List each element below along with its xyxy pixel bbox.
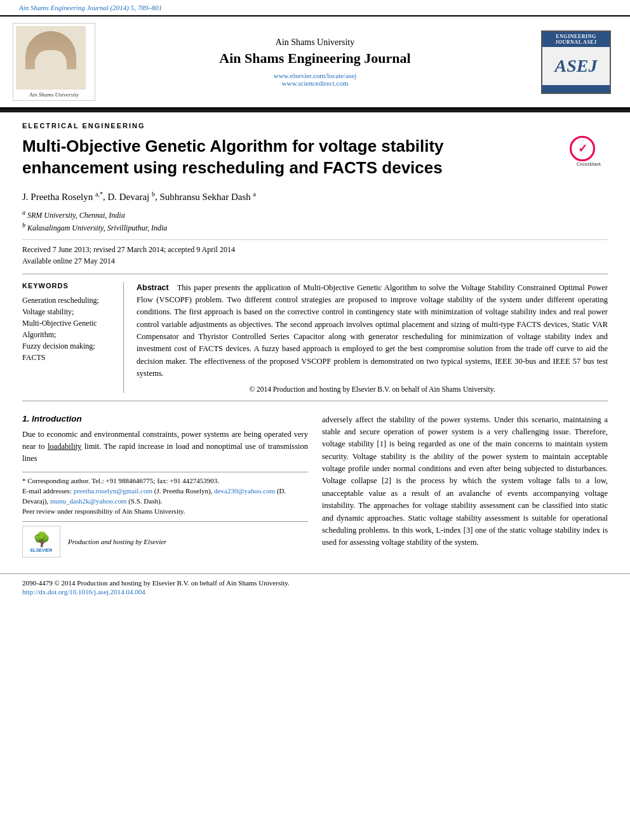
intro-left-para: Due to economic and environmental constr…: [22, 429, 308, 465]
body-right-column: adversely affect the stability of the po…: [322, 414, 608, 558]
keywords-title: KEYWORDS: [22, 282, 114, 290]
issn-line: 2090-4479 © 2014 Production and hosting …: [22, 579, 608, 587]
elsevier-footer: 🌳 ELSEVIER Production and hosting by Els…: [22, 521, 308, 557]
asej-logo: ENGINEERING JOURNAL ASEJ ASEJ: [541, 30, 611, 94]
affiliations: a SRM University, Chennai, India b Kalas…: [22, 209, 608, 233]
received-dates: Received 7 June 2013; revised 27 March 2…: [22, 239, 608, 255]
elsevier-footer-text: Production and hosting by Elsevier: [68, 538, 166, 545]
footnote-area: * Corresponding author. Tel.: +91 988464…: [22, 472, 308, 517]
intro-right-para: adversely affect the stability of the po…: [322, 414, 608, 549]
abstract-text: Abstract This paper presents the applica…: [137, 282, 608, 380]
journal-reference: Ain Shams Engineering Journal (2014) 5, …: [0, 0, 630, 15]
crossmark-badge[interactable]: ✓ CrossMark: [570, 136, 608, 168]
abstract-section: KEYWORDS Generation rescheduling; Voltag…: [22, 274, 608, 401]
page-footer: 2090-4479 © 2014 Production and hosting …: [0, 573, 630, 601]
star-note: * Corresponding author. Tel.: +91 988464…: [22, 476, 308, 486]
university-logo-left: Ain Shams University: [13, 23, 95, 101]
available-online: Available online 27 May 2014: [22, 257, 608, 266]
introduction-heading: 1. Introduction: [22, 414, 308, 423]
section-label: ELECTRICAL ENGINEERING: [22, 122, 608, 130]
keyword-1: Generation rescheduling;: [22, 295, 114, 306]
journal-header-center: Ain Shams University Ain Shams Engineeri…: [102, 37, 528, 87]
page-header: Ain Shams University Ain Shams Universit…: [0, 15, 630, 109]
keyword-5: FACTS: [22, 352, 114, 363]
journal-logo-right: ENGINEERING JOURNAL ASEJ ASEJ: [535, 30, 617, 94]
email-1[interactable]: preetha.roselyn@gmail.com: [74, 487, 152, 495]
email-2[interactable]: deva230@yahoo.com: [214, 487, 275, 495]
body-left-column: 1. Introduction Due to economic and envi…: [22, 414, 308, 558]
affiliation-b: b Kalasalingam University, Srivilliputhu…: [22, 222, 608, 233]
journal-links: www.elsevier.com/locate/asej www.science…: [102, 72, 528, 87]
keywords-list: Generation rescheduling; Voltage stabili…: [22, 295, 114, 363]
doi-line[interactable]: http://dx.doi.org/10.1016/j.asej.2014.04…: [22, 588, 608, 596]
affiliation-a: a SRM University, Chennai, India: [22, 209, 608, 220]
copyright-line: © 2014 Production and hosting by Elsevie…: [137, 385, 608, 393]
keyword-2: Voltage stability;: [22, 306, 114, 317]
elsevier-logo: 🌳 ELSEVIER: [22, 526, 60, 557]
keywords-column: KEYWORDS Generation rescheduling; Voltag…: [22, 282, 124, 393]
abstract-column: Abstract This paper presents the applica…: [137, 282, 608, 393]
body-columns: 1. Introduction Due to economic and envi…: [22, 414, 608, 558]
main-content: ELECTRICAL ENGINEERING Multi-Objective G…: [0, 112, 630, 567]
paper-title: Multi-Objective Genetic Algorithm for vo…: [22, 136, 518, 179]
authors: J. Preetha Roselyn a,*, D. Devaraj b, Su…: [22, 190, 608, 203]
keyword-4: Fuzzy decision making;: [22, 340, 114, 352]
keyword-3: Multi-Objective Genetic Algorithm;: [22, 317, 114, 340]
email-3[interactable]: munu_dash2k@yahoo.com: [50, 497, 126, 505]
email-line: E-mail addresses: preetha.roselyn@gmail.…: [22, 486, 308, 507]
peer-review-note: Peer review under responsibility of Ain …: [22, 507, 308, 517]
